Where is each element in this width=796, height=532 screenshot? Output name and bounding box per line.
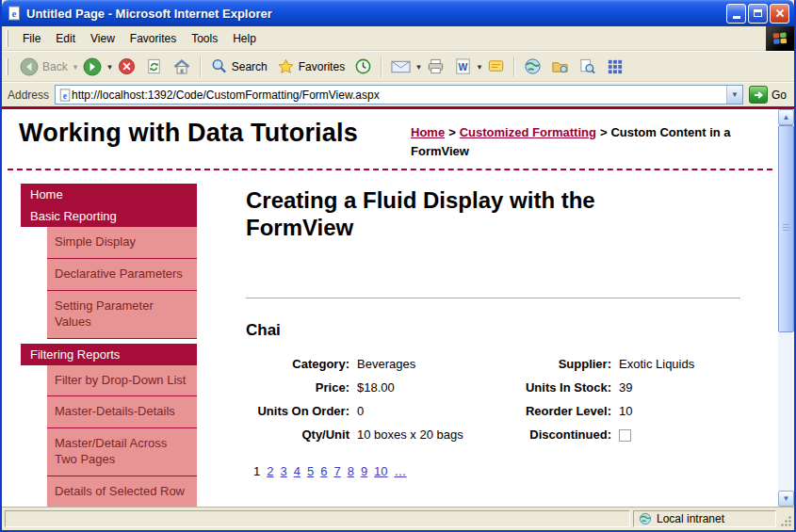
pager-link[interactable]: … — [395, 464, 407, 478]
menu-view[interactable]: View — [83, 29, 122, 48]
security-zone-label: Local intranet — [657, 512, 724, 525]
menu-bar: File Edit View Favorites Tools Help — [2, 26, 794, 51]
sidebar-item-simple-display[interactable]: Simple Display — [47, 227, 197, 259]
home-icon — [172, 57, 191, 76]
menu-edit[interactable]: Edit — [48, 29, 83, 48]
field-label: Price: — [246, 380, 355, 395]
sidebar-section-filtering-reports[interactable]: Filtering Reports — [21, 344, 197, 365]
minimize-button[interactable] — [726, 4, 746, 24]
breadcrumb-home-link[interactable]: Home — [411, 125, 445, 139]
search-button[interactable]: Search — [205, 55, 272, 78]
field-value — [617, 427, 740, 442]
maximize-button[interactable] — [748, 4, 768, 24]
maximize-icon — [754, 9, 762, 17]
web-folder-button[interactable] — [546, 55, 574, 78]
forward-button[interactable] — [78, 55, 106, 79]
address-input[interactable] — [72, 86, 726, 104]
grid-tool-button[interactable] — [601, 55, 628, 78]
status-message-pane — [5, 510, 630, 527]
close-button[interactable] — [770, 4, 789, 24]
go-button[interactable]: Go — [749, 86, 788, 104]
pager-link[interactable]: 8 — [348, 464, 354, 478]
research-button[interactable] — [574, 55, 601, 78]
sidebar-item-declarative-parameters[interactable]: Declarative Parameters — [47, 259, 197, 291]
back-button[interactable]: Back — [15, 55, 73, 79]
toolbar: Back ▾ ▾ Search Favorites — [2, 51, 794, 82]
address-dropdown-button[interactable]: ▼ — [726, 86, 742, 104]
svg-text:e: e — [12, 8, 17, 19]
field-label: Supplier: — [470, 357, 617, 371]
mail-button[interactable] — [386, 56, 415, 77]
menu-file[interactable]: File — [15, 29, 48, 48]
address-label: Address — [8, 89, 49, 102]
breadcrumb-section-link[interactable]: Customized Formatting — [460, 125, 596, 139]
menu-help[interactable]: Help — [225, 29, 264, 48]
print-icon — [427, 57, 445, 75]
refresh-button[interactable] — [140, 55, 168, 78]
site-title: Working with Data Tutorials — [19, 119, 358, 160]
discontinued-checkbox[interactable] — [619, 429, 631, 442]
pager-link[interactable]: 5 — [307, 464, 314, 478]
menubar-grip — [6, 30, 8, 47]
titlebar: e Untitled Page - Microsoft Internet Exp… — [2, 0, 794, 26]
page-title: Creating a Fluid Display with the FormVi… — [246, 187, 698, 242]
sidebar-item-home[interactable]: Home — [21, 184, 197, 205]
menu-tools[interactable]: Tools — [184, 29, 225, 48]
resize-grip[interactable] — [779, 510, 792, 527]
breadcrumb-separator: > — [600, 125, 608, 139]
sidebar-item-master-details-details[interactable]: Master-Details-Details — [47, 396, 197, 428]
pager-link[interactable]: 3 — [280, 464, 286, 478]
scroll-down-button[interactable]: ▼ — [778, 491, 794, 507]
favorites-icon — [277, 57, 295, 75]
home-button[interactable] — [168, 55, 196, 79]
folder-globe-icon — [551, 57, 569, 75]
toolbar-separator — [200, 56, 202, 77]
sidebar-item-setting-parameter-values[interactable]: Setting Parameter Values — [47, 291, 197, 339]
window-title: Untitled Page - Microsoft Internet Explo… — [26, 7, 722, 21]
history-button[interactable] — [349, 55, 377, 78]
pager-link[interactable]: 7 — [333, 464, 340, 478]
product-fields: Category: Beverages Supplier: Exotic Liq… — [246, 357, 740, 442]
field-label: Reorder Level: — [470, 404, 617, 418]
field-label: Units In Stock: — [470, 380, 617, 395]
edit-word-icon: W — [454, 57, 472, 75]
grid-icon — [606, 57, 624, 75]
scroll-up-button[interactable]: ▲ — [778, 109, 794, 125]
address-page-icon: e — [58, 89, 72, 102]
browser-viewport: Working with Data Tutorials Home>Customi… — [2, 106, 794, 507]
address-bar: Address e ▼ Go — [2, 82, 794, 106]
pager-link[interactable]: 4 — [294, 464, 301, 478]
field-value: 0 — [355, 404, 470, 418]
breadcrumb-separator: > — [448, 125, 456, 139]
mail-dropdown[interactable]: ▾ — [415, 60, 422, 73]
forward-dropdown[interactable]: ▾ — [106, 60, 113, 73]
pager-link[interactable]: 10 — [374, 464, 387, 478]
go-arrow-icon — [749, 86, 768, 104]
sidebar-item-details-of-selected-row[interactable]: Details of Selected Row — [47, 476, 197, 507]
stop-button[interactable] — [113, 55, 140, 78]
product-name: Chai — [246, 321, 740, 340]
pager-link[interactable]: 9 — [361, 464, 367, 478]
sidebar-item-filter-by-drop-down-list[interactable]: Filter by Drop-Down List — [47, 365, 197, 397]
favorites-button[interactable]: Favorites — [272, 55, 349, 78]
pager-link[interactable]: 6 — [320, 464, 327, 478]
print-button[interactable] — [422, 55, 449, 78]
scroll-track[interactable] — [778, 125, 794, 491]
scroll-thumb[interactable] — [778, 125, 794, 332]
close-icon — [775, 8, 785, 18]
browser-window: e Untitled Page - Microsoft Internet Exp… — [0, 0, 796, 532]
site-header: Working with Data Tutorials Home>Customi… — [2, 109, 778, 160]
discuss-button[interactable] — [482, 55, 510, 78]
vertical-scrollbar[interactable]: ▲ ▼ — [778, 109, 794, 507]
sidebar-section-basic-reporting[interactable]: Basic Reporting — [21, 205, 197, 227]
globe-tool-button[interactable] — [519, 55, 546, 78]
edit-button[interactable]: W — [449, 55, 477, 78]
web-page: Working with Data Tutorials Home>Customi… — [2, 109, 778, 507]
sidebar-item-master-detail-across-two-pages[interactable]: Master/Detail Across Two Pages — [47, 428, 197, 476]
field-value: Beverages — [355, 357, 470, 371]
intranet-globe-icon — [639, 512, 652, 525]
pager-link[interactable]: 2 — [267, 464, 273, 478]
menu-favorites[interactable]: Favorites — [122, 29, 184, 48]
globe-icon — [524, 57, 542, 75]
search-icon — [210, 57, 228, 75]
